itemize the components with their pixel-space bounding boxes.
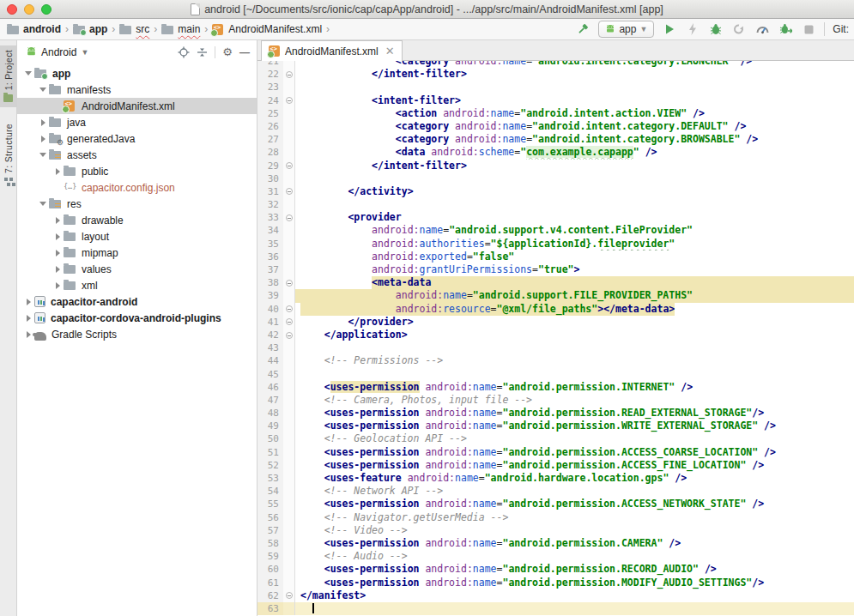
code-line-31[interactable]: 31 </activity>	[257, 185, 854, 198]
code-line-47[interactable]: 47 <!-- Camera, Photos, input file -->	[257, 394, 854, 407]
code-line-60[interactable]: 60 <uses-permission android:name="androi…	[257, 563, 854, 576]
project-view-selector[interactable]: Android ▼	[26, 46, 88, 58]
tree-item-gradle-scripts[interactable]: Gradle Scripts	[17, 326, 257, 342]
apply-changes-lightning-icon[interactable]	[685, 21, 700, 37]
code-line-61[interactable]: 61 <uses-permission android:name="androi…	[257, 577, 854, 589]
fold-marker-icon[interactable]	[283, 68, 294, 81]
code-line-43[interactable]: 43	[257, 341, 854, 354]
tree-item-java[interactable]: java	[17, 114, 257, 130]
chevron-right-icon[interactable]	[51, 217, 64, 224]
tab-androidmanifest[interactable]: AndroidManifest.xml ✕	[261, 40, 403, 61]
tree-item-mipmap[interactable]: mipmap	[17, 245, 257, 261]
code-line-25[interactable]: 25 <action android:name="android.intent.…	[257, 107, 854, 120]
fold-marker-icon[interactable]	[283, 160, 294, 172]
code-line-49[interactable]: 49 <uses-permission android:name="androi…	[257, 420, 854, 432]
code-line-26[interactable]: 26 <category android:name="android.inten…	[257, 120, 854, 133]
git-branch-widget[interactable]: Git:	[833, 23, 849, 35]
collapse-all-icon[interactable]	[197, 46, 208, 58]
code-line-51[interactable]: 51 <uses-permission android:name="androi…	[257, 446, 854, 459]
code-line-58[interactable]: 58 <uses-permission android:name="androi…	[257, 537, 854, 550]
tree-item-capacitor-config-json[interactable]: capacitor.config.json	[17, 179, 257, 196]
fold-marker-icon[interactable]	[283, 316, 294, 329]
code-line-37[interactable]: 37 android:grantUriPermissions="true">	[257, 263, 854, 276]
chevron-right-icon[interactable]	[37, 119, 49, 126]
code-line-21[interactable]: 21 <category android:name="android.inten…	[257, 61, 854, 68]
chevron-down-icon[interactable]	[22, 71, 34, 75]
code-line-52[interactable]: 52 <uses-permission android:name="androi…	[257, 459, 854, 472]
code-line-62[interactable]: 62</manifest>	[257, 589, 854, 602]
fold-marker-icon[interactable]	[283, 303, 294, 316]
tree-item-generatedjava[interactable]: generatedJava	[17, 130, 257, 147]
tree-item-assets[interactable]: assets	[17, 147, 257, 163]
code-line-36[interactable]: 36 android:exported="false"	[257, 251, 854, 263]
chevron-right-icon[interactable]	[22, 315, 34, 322]
chevron-right-icon[interactable]	[37, 136, 49, 142]
code-line-59[interactable]: 59 <!-- Audio -->	[257, 550, 854, 563]
code-line-40[interactable]: 40 android:resource="@xml/file_paths"></…	[257, 303, 854, 316]
tree-item-capacitor-android[interactable]: capacitor-android	[17, 293, 257, 310]
code-line-48[interactable]: 48 <uses-permission android:name="androi…	[257, 407, 854, 420]
code-line-44[interactable]: 44 <!-- Permissions -->	[257, 354, 854, 367]
fold-marker-icon[interactable]	[283, 329, 294, 341]
tool-window-tab-project[interactable]: 1: Project	[0, 45, 17, 107]
make-project-hammer-icon[interactable]	[575, 21, 591, 37]
code-line-54[interactable]: 54 <!-- Network API -->	[257, 485, 854, 498]
run-button[interactable]	[662, 21, 677, 37]
code-line-45[interactable]: 45	[257, 368, 854, 381]
code-line-57[interactable]: 57 <!-- Video -->	[257, 524, 854, 537]
fold-marker-icon[interactable]	[283, 589, 294, 602]
chevron-right-icon[interactable]	[51, 168, 64, 175]
code-line-34[interactable]: 34 android:name="android.support.v4.cont…	[257, 224, 854, 237]
tree-item-capacitor-cordova-android-plugins[interactable]: capacitor-cordova-android-plugins	[17, 310, 257, 326]
code-line-22[interactable]: 22 </intent-filter>	[257, 68, 854, 81]
tree-item-androidmanifest-xml[interactable]: AndroidManifest.xml	[17, 98, 257, 114]
fold-marker-icon[interactable]	[283, 185, 294, 198]
breadcrumb-item-androidmanifest-xml[interactable]: AndroidManifest.xml	[210, 23, 324, 35]
stop-button[interactable]	[801, 21, 816, 37]
code-line-28[interactable]: 28 <data android:scheme="com.example.cap…	[257, 146, 854, 159]
code-line-39[interactable]: 39 android:name="android.support.FILE_PR…	[257, 289, 854, 302]
tree-item-res[interactable]: res	[17, 196, 257, 212]
tree-item-xml[interactable]: xml	[17, 277, 257, 293]
code-line-27[interactable]: 27 <category android:name="android.inten…	[257, 133, 854, 146]
profiler-gauge-icon[interactable]	[754, 21, 770, 37]
code-line-50[interactable]: 50 <!-- Geolocation API -->	[257, 432, 854, 445]
chevron-down-icon[interactable]	[37, 88, 49, 92]
close-icon[interactable]: ✕	[385, 45, 395, 57]
tree-item-drawable[interactable]: drawable	[17, 212, 257, 228]
code-line-32[interactable]: 32	[257, 198, 854, 211]
chevron-down-icon[interactable]	[37, 153, 49, 157]
code-line-42[interactable]: 42 </application>	[257, 329, 854, 341]
gear-icon[interactable]: ⚙	[222, 46, 233, 57]
breadcrumb-item-src[interactable]: src	[118, 23, 151, 35]
code-line-63[interactable]: 63	[257, 602, 854, 615]
minimize-window-button[interactable]	[24, 4, 34, 15]
fold-marker-icon[interactable]	[283, 276, 294, 289]
tree-item-public[interactable]: public	[17, 163, 257, 179]
tree-item-manifests[interactable]: manifests	[17, 82, 257, 98]
chevron-right-icon[interactable]	[51, 233, 64, 240]
attach-profiler-icon[interactable]	[731, 21, 747, 37]
chevron-right-icon[interactable]	[51, 266, 64, 273]
breadcrumb-item-main[interactable]: main	[160, 23, 202, 35]
hide-panel-icon[interactable]: —	[239, 47, 250, 57]
code-line-30[interactable]: 30	[257, 172, 854, 185]
locate-file-icon[interactable]	[178, 46, 190, 58]
code-line-55[interactable]: 55 <uses-permission android:name="androi…	[257, 498, 854, 510]
tree-item-layout[interactable]: layout	[17, 228, 257, 245]
debug-button[interactable]	[708, 21, 724, 37]
chevron-right-icon[interactable]	[51, 282, 64, 289]
code-line-41[interactable]: 41 </provider>	[257, 316, 854, 329]
chevron-down-icon[interactable]	[37, 202, 49, 206]
code-line-56[interactable]: 56 <!-- Navigator.getUserMedia -->	[257, 511, 854, 524]
attach-debugger-to-android-icon[interactable]	[778, 21, 793, 37]
fold-marker-icon[interactable]	[283, 211, 294, 224]
code-line-38[interactable]: 38 <meta-data	[257, 276, 854, 289]
code-line-46[interactable]: 46 <uses-permission android:name="androi…	[257, 381, 854, 394]
chevron-right-icon[interactable]	[22, 299, 34, 305]
tree-item-values[interactable]: values	[17, 261, 257, 277]
zoom-window-button[interactable]	[41, 4, 51, 15]
code-line-53[interactable]: 53 <uses-feature android:name="android.h…	[257, 472, 854, 485]
tool-window-tab-structure[interactable]: 7: Structure	[0, 119, 17, 191]
breadcrumb-item-android[interactable]: android	[5, 23, 63, 35]
